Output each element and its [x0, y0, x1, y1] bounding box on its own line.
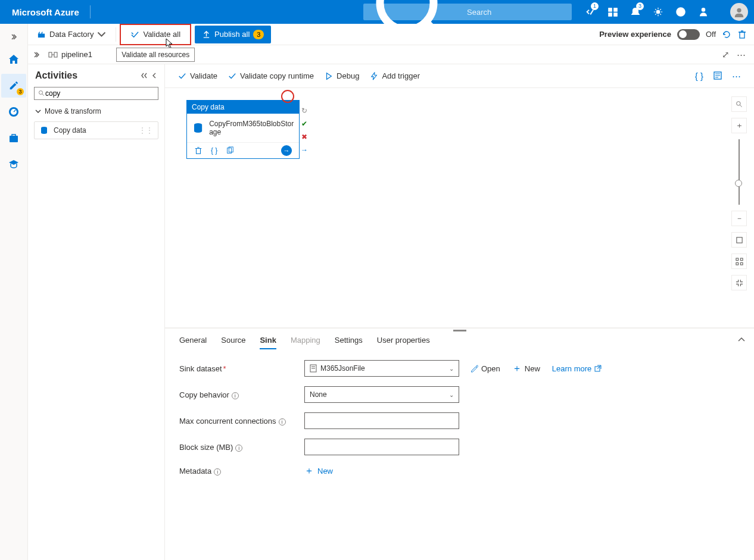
svg-rect-27 — [197, 149, 201, 154]
new-dataset-button[interactable]: ＋ New — [512, 362, 540, 375]
sink-dataset-label: Sink dataset* — [179, 364, 304, 373]
data-factory-label: Data Factory — [49, 30, 94, 39]
properties-icon[interactable] — [713, 71, 722, 80]
metadata-new-button[interactable]: ＋ New — [304, 465, 333, 477]
zoom-search-icon[interactable] — [731, 96, 747, 112]
chevron-down-icon: ⌄ — [449, 392, 454, 398]
code-view-icon[interactable]: { } — [695, 71, 703, 82]
panel-collapse-icon[interactable] — [737, 336, 746, 346]
max-connections-label: Max concurrent connectionsi — [179, 417, 304, 426]
help-icon[interactable] — [671, 0, 691, 24]
copy-behavior-label: Copy behaviori — [179, 390, 304, 399]
rail-monitor[interactable] — [1, 100, 26, 124]
expand-editor-icon[interactable]: ⤢ — [722, 49, 730, 60]
node-fail-icon[interactable]: ✖ — [300, 132, 309, 142]
preview-experience-label: Preview experience — [599, 30, 671, 39]
global-search[interactable] — [363, 4, 572, 20]
factory-icon — [37, 30, 46, 39]
sink-dataset-select[interactable]: M365JsonFile ⌄ — [304, 360, 459, 377]
node-retry-icon[interactable]: ↻ — [300, 106, 309, 115]
activities-panel: Activities Move & transform Copy data ⋮⋮ — [28, 64, 165, 560]
refresh-icon[interactable] — [722, 30, 731, 39]
preview-toggle[interactable] — [677, 29, 700, 40]
pipeline-tab[interactable]: pipeline1 — [45, 50, 96, 59]
activities-search[interactable] — [34, 87, 158, 100]
user-avatar[interactable] — [730, 3, 748, 21]
pencil-icon — [470, 364, 478, 373]
node-title: Copy data — [187, 101, 299, 114]
notif-badge: 3 — [636, 2, 644, 10]
collapse-canvas-icon[interactable] — [731, 275, 747, 290]
collapse-chevrons-icon[interactable] — [141, 72, 148, 79]
settings-icon[interactable] — [648, 0, 668, 24]
rail-manage[interactable] — [1, 126, 26, 150]
delete-icon[interactable] — [194, 146, 202, 155]
collapse-panel-icon[interactable] — [150, 72, 157, 79]
data-factory-dropdown[interactable]: Data Factory — [31, 24, 112, 45]
activities-search-input[interactable] — [45, 89, 154, 98]
rail-learn[interactable] — [1, 152, 26, 176]
rail-home[interactable] — [1, 48, 26, 71]
tab-sink[interactable]: Sink — [260, 336, 276, 349]
node-code-icon[interactable]: { } — [211, 146, 217, 155]
plus-icon: ＋ — [512, 362, 522, 375]
validate-runtime-button[interactable]: Validate copy runtime — [228, 71, 314, 80]
zoom-out-button[interactable]: － — [731, 211, 747, 226]
tab-general[interactable]: General — [179, 336, 207, 349]
tab-settings[interactable]: Settings — [335, 336, 363, 349]
debug-button[interactable]: Debug — [325, 71, 359, 80]
tab-user-properties[interactable]: User properties — [377, 336, 430, 349]
copy-behavior-select[interactable]: None ⌄ — [304, 386, 459, 403]
more-icon[interactable]: ⋯ — [737, 49, 746, 60]
node-completion-icon[interactable]: → — [300, 145, 309, 155]
zoom-controls: ＋ － — [730, 96, 748, 290]
brand-divider — [90, 5, 91, 18]
canvas-more-icon[interactable]: ⋯ — [732, 71, 741, 82]
svg-rect-5 — [614, 13, 617, 16]
rail-author[interactable]: 3 — [1, 74, 26, 98]
tab-mapping[interactable]: Mapping — [291, 336, 320, 349]
pipeline-tab-label: pipeline1 — [61, 50, 92, 59]
cloud-shell-icon[interactable]: 1 — [580, 0, 600, 24]
expand-left-icon[interactable] — [33, 51, 40, 58]
clone-icon[interactable] — [226, 146, 234, 155]
azure-topbar: Microsoft Azure 1 3 — [0, 0, 754, 24]
plus-icon: ＋ — [304, 465, 314, 477]
discard-icon[interactable] — [737, 30, 747, 39]
validate-button[interactable]: Validate — [178, 71, 217, 80]
notifications-icon[interactable]: 3 — [625, 0, 646, 24]
validate-all-button[interactable]: Validate all — [120, 24, 191, 45]
chevron-down-icon: ⌄ — [449, 365, 454, 372]
block-size-input[interactable] — [304, 439, 459, 455]
layout-icon[interactable] — [731, 254, 747, 269]
drag-handle-icon: ⋮⋮ — [139, 126, 153, 134]
sink-dataset-value: M365JsonFile — [320, 364, 365, 373]
learn-more-link[interactable]: Learn more — [552, 364, 602, 373]
open-dataset-button[interactable]: Open — [470, 364, 500, 373]
metadata-label: Metadatai — [179, 467, 304, 475]
node-next-icon[interactable]: → — [281, 145, 292, 156]
global-search-input[interactable] — [467, 8, 567, 17]
pipeline-canvas[interactable]: Copy data CopyFromM365toBlobStorage { } … — [165, 88, 754, 328]
activity-group-move-transform[interactable]: Move & transform — [28, 104, 164, 119]
zoom-in-button[interactable]: ＋ — [731, 118, 747, 133]
svg-rect-3 — [614, 8, 617, 11]
svg-rect-13 — [10, 136, 18, 142]
publish-icon — [202, 30, 211, 39]
activity-copy-data[interactable]: Copy data ⋮⋮ — [34, 121, 158, 139]
svg-rect-14 — [38, 34, 45, 38]
tab-source[interactable]: Source — [221, 336, 245, 349]
copy-data-node[interactable]: Copy data CopyFromM365toBlobStorage { } … — [186, 100, 300, 159]
feedback-icon[interactable] — [693, 0, 714, 24]
max-connections-input[interactable] — [304, 412, 459, 429]
validate-all-label: Validate all — [143, 30, 180, 39]
rail-expand-button[interactable] — [1, 29, 26, 45]
zoom-slider[interactable] — [739, 139, 740, 205]
directories-icon[interactable] — [603, 0, 623, 24]
node-success-icon[interactable]: ✔ — [300, 119, 309, 129]
activities-title: Activities — [35, 70, 77, 81]
fit-screen-icon[interactable] — [731, 232, 747, 248]
svg-point-6 — [656, 10, 659, 13]
add-trigger-button[interactable]: Add trigger — [370, 71, 420, 80]
publish-all-button[interactable]: Publish all 3 — [195, 26, 271, 43]
